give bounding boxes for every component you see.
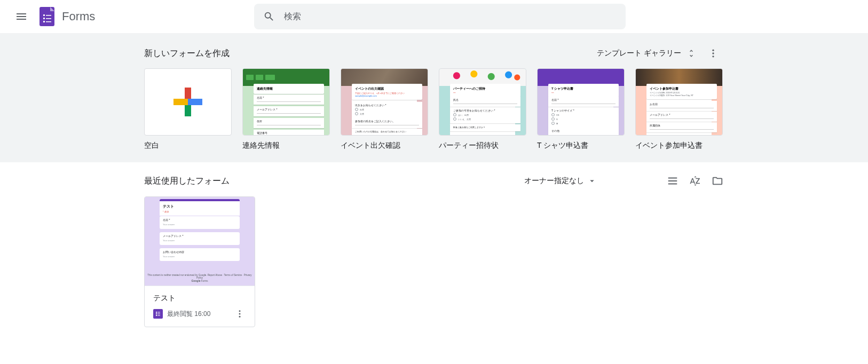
list-view-button[interactable] (666, 175, 679, 187)
recent-heading: 最近使用したフォーム (144, 176, 230, 187)
recent-form-meta: 最終閲覧 16:00 (167, 310, 210, 319)
svg-point-16 (239, 310, 241, 312)
more-vert-icon (235, 309, 244, 319)
unfold-icon (686, 49, 696, 58)
svg-rect-1 (43, 14, 45, 16)
app-logo[interactable]: Forms (36, 6, 95, 27)
sort-az-icon (689, 175, 701, 187)
template-label: T シャツ申込書 (537, 141, 625, 151)
folder-icon (712, 175, 723, 187)
template-card-rsvp[interactable]: イベントの出欠確認下記にご記入のうえ、○月○日までにご返信くださいsample@… (341, 68, 428, 151)
svg-point-8 (712, 52, 714, 54)
arrow-drop-down-icon (587, 176, 597, 186)
owner-filter-label: オーナー指定なし (524, 176, 584, 186)
search-icon (258, 6, 280, 27)
template-card-contact[interactable]: 連絡先情報 名前 * メールアドレス * 住所 電話番号 連絡先情報 (242, 68, 330, 151)
svg-rect-13 (157, 314, 160, 314)
templates-grid: 空白 連絡先情報 名前 * メールアドレス * 住所 電話番号 (144, 68, 724, 151)
list-icon (667, 175, 678, 187)
template-card-party[interactable]: パーティーへのご招待*** 氏名 ご参加の可否をお知らせください *はい、出席い… (439, 68, 526, 151)
templates-header: 新しいフォームを作成 テンプレート ギャラリー (144, 42, 724, 68)
more-vert-icon (708, 48, 719, 59)
recent-header: 最近使用したフォーム オーナー指定なし (144, 172, 724, 196)
main-menu-button[interactable] (9, 4, 34, 29)
templates-more-button[interactable] (703, 43, 724, 64)
template-gallery-label: テンプレート ギャラリー (597, 49, 681, 58)
template-gallery-button[interactable]: テンプレート ギャラリー (589, 44, 699, 62)
template-thumb: イベント参加申込書イベントの日時: 2019年1月4日イベントの場所: 123 … (635, 68, 723, 136)
template-label: イベント参加申込書 (635, 141, 723, 151)
svg-point-18 (239, 316, 241, 318)
view-controls (666, 175, 724, 187)
template-thumb: T シャツ申込書*** 名前 * T シャツのサイズ *XSSM その他 (537, 68, 625, 136)
template-thumb: イベントの出欠確認下記にご記入のうえ、○月○日までにご返信くださいsample@… (341, 68, 428, 136)
template-card-event-reg[interactable]: イベント参加申込書イベントの日時: 2019年1月4日イベントの場所: 123 … (635, 68, 723, 151)
svg-point-9 (712, 56, 714, 57)
open-picker-button[interactable] (711, 175, 724, 187)
template-label: 空白 (144, 141, 232, 151)
svg-rect-2 (46, 15, 51, 16)
recent-form-name: テスト (153, 294, 246, 303)
search-input[interactable] (280, 12, 621, 21)
hamburger-icon (15, 10, 28, 23)
app-name: Forms (62, 10, 95, 23)
svg-rect-4 (46, 18, 51, 19)
template-thumb: 連絡先情報 名前 * メールアドレス * 住所 電話番号 (242, 68, 330, 136)
svg-point-7 (712, 50, 714, 51)
recent-info: テスト 最終閲覧 16:00 (145, 286, 255, 327)
recent-form-card[interactable]: テスト* 必須 名前 *Your answer メールアドレス *Your an… (144, 196, 255, 327)
template-label: パーティー招待状 (439, 141, 526, 151)
template-thumb: パーティーへのご招待*** 氏名 ご参加の可否をお知らせください *はい、出席い… (439, 68, 526, 136)
templates-heading: 新しいフォームを作成 (144, 48, 230, 59)
svg-rect-14 (156, 315, 157, 316)
template-card-blank[interactable]: 空白 (144, 68, 232, 151)
forms-icon (153, 309, 163, 319)
plus-icon (173, 88, 202, 116)
svg-rect-15 (157, 315, 160, 316)
recent-form-more-button[interactable] (233, 307, 246, 320)
svg-rect-5 (43, 21, 45, 22)
template-label: 連絡先情報 (242, 141, 330, 151)
svg-rect-12 (156, 313, 157, 314)
svg-rect-6 (46, 21, 51, 22)
templates-actions: テンプレート ギャラリー (589, 43, 724, 64)
svg-rect-11 (157, 312, 160, 313)
sort-button[interactable] (689, 175, 701, 187)
template-label: イベント出欠確認 (341, 141, 428, 151)
svg-rect-3 (43, 18, 45, 19)
search-bar[interactable] (254, 4, 626, 29)
templates-section: 新しいフォームを作成 テンプレート ギャラリー 空白 (0, 33, 868, 162)
forms-logo-icon (36, 6, 58, 27)
recent-thumb: テスト* 必須 名前 *Your answer メールアドレス *Your an… (145, 197, 255, 286)
recent-section: 最近使用したフォーム オーナー指定なし テスト* 必須 名前 *Yo (0, 162, 868, 337)
app-header: Forms (0, 0, 868, 33)
svg-rect-10 (156, 312, 157, 313)
svg-point-17 (239, 313, 241, 315)
owner-filter-dropdown[interactable]: オーナー指定なし (519, 173, 602, 189)
template-thumb (144, 68, 232, 136)
template-card-tshirt[interactable]: T シャツ申込書*** 名前 * T シャツのサイズ *XSSM その他 T シ… (537, 68, 625, 151)
